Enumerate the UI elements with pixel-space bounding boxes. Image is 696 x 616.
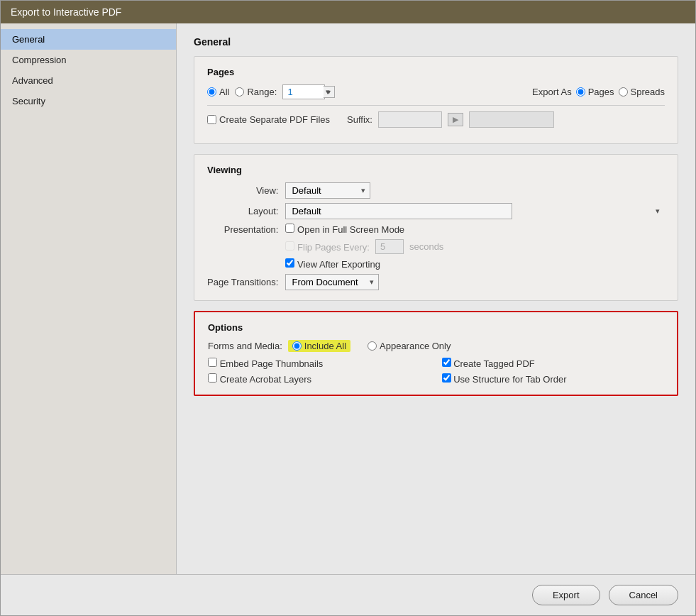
presentation-control: Open in Full Screen Mode	[285, 224, 665, 235]
range-input[interactable]	[282, 84, 325, 99]
sidebar-item-general[interactable]: General	[1, 29, 176, 50]
create-tagged-label[interactable]: Create Tagged PDF	[442, 358, 535, 369]
main-content: General Pages All Range: ▾	[177, 23, 695, 574]
sidebar: General Compression Advanced Security	[1, 23, 177, 574]
create-tagged-row: Create Tagged PDF	[442, 358, 665, 369]
create-acrobat-layers-text: Create Acrobat Layers	[220, 374, 311, 385]
suffix-extra-input[interactable]	[469, 111, 554, 128]
pages-radio-label[interactable]: Pages	[576, 87, 614, 97]
options-panel: Options Forms and Media: Include All App…	[194, 311, 678, 396]
create-separate-checkbox[interactable]	[207, 115, 216, 124]
flip-pages-checkbox[interactable]	[285, 241, 294, 251]
export-button[interactable]: Export	[532, 585, 600, 605]
viewing-grid: View: Default Fit Page Actual Size Layou…	[207, 182, 665, 290]
layout-dropdown-wrapper[interactable]: Default Single Page Two Up	[285, 203, 665, 219]
create-tagged-text: Create Tagged PDF	[453, 358, 535, 369]
presentation-label: Presentation:	[207, 224, 278, 235]
seconds-label: seconds	[409, 241, 443, 252]
export-dialog: Export to Interactive PDF General Compre…	[0, 0, 696, 616]
title-bar: Export to Interactive PDF	[1, 1, 695, 23]
create-acrobat-layers-row: Create Acrobat Layers	[208, 373, 431, 385]
spreads-radio[interactable]	[619, 87, 628, 97]
range-radio-label[interactable]: Range:	[235, 87, 277, 97]
create-separate-text: Create Separate PDF Files	[219, 114, 330, 125]
sidebar-item-compression[interactable]: Compression	[1, 50, 176, 70]
view-after-text: View After Exporting	[297, 259, 380, 270]
spreads-radio-label[interactable]: Spreads	[619, 87, 665, 97]
layout-select[interactable]: Default Single Page Two Up	[285, 203, 512, 219]
create-separate-label[interactable]: Create Separate PDF Files	[207, 114, 330, 125]
pages-divider	[207, 105, 665, 106]
appearance-only-text: Appearance Only	[380, 341, 451, 351]
open-fullscreen-label[interactable]: Open in Full Screen Mode	[285, 224, 404, 235]
include-all-radio[interactable]	[292, 341, 302, 351]
sidebar-item-advanced[interactable]: Advanced	[1, 70, 176, 91]
view-after-checkbox[interactable]	[285, 258, 294, 268]
suffix-input[interactable]	[378, 111, 442, 128]
pages-panel-title: Pages	[207, 67, 665, 77]
export-as-label: Export As	[532, 87, 572, 97]
layout-control: Default Single Page Two Up	[285, 203, 665, 219]
page-transitions-control: From Document None Dissolve	[285, 274, 665, 290]
page-transitions-label: Page Transitions:	[207, 277, 278, 287]
dialog-title: Export to Interactive PDF	[11, 6, 121, 18]
create-separate-row: Create Separate PDF Files Suffix: ▶	[207, 111, 665, 128]
forms-media-row: Forms and Media: Include All Appearance …	[208, 340, 664, 352]
flip-pages-input[interactable]	[375, 239, 404, 254]
flip-pages-control: Flip Pages Every: seconds	[285, 239, 665, 254]
pages-radio[interactable]	[576, 87, 585, 97]
cancel-button[interactable]: Cancel	[609, 585, 678, 605]
layout-label: Layout:	[207, 206, 278, 216]
viewing-panel: Viewing View: Default Fit Page Actual Si…	[194, 154, 678, 301]
use-structure-row: Use Structure for Tab Order	[442, 373, 665, 385]
use-structure-label[interactable]: Use Structure for Tab Order	[442, 373, 567, 385]
create-acrobat-layers-checkbox[interactable]	[208, 373, 217, 383]
all-label: All	[219, 87, 229, 97]
view-dropdown-wrapper[interactable]: Default Fit Page Actual Size	[285, 182, 370, 199]
view-after-label[interactable]: View After Exporting	[285, 258, 380, 270]
embed-thumbnails-text: Embed Page Thumbnails	[220, 358, 324, 369]
forms-media-label: Forms and Media:	[208, 341, 282, 351]
flip-pages-label: Flip Pages Every:	[285, 241, 370, 253]
appearance-only-label[interactable]: Appearance Only	[368, 341, 451, 351]
export-as-group: Export As Pages Spreads	[532, 87, 665, 97]
suffix-arrow-btn[interactable]: ▶	[448, 113, 463, 126]
options-panel-title: Options	[208, 322, 664, 333]
range-radio[interactable]	[235, 87, 244, 97]
pages-panel: Pages All Range: ▾ Expo	[194, 56, 678, 144]
include-all-label: Include All	[304, 341, 346, 351]
embed-thumbnails-checkbox[interactable]	[208, 358, 217, 367]
view-select[interactable]: Default Fit Page Actual Size	[285, 182, 370, 199]
appearance-only-radio[interactable]	[368, 341, 377, 351]
all-radio-label[interactable]: All	[207, 87, 229, 97]
dialog-body: General Compression Advanced Security Ge…	[1, 23, 695, 574]
options-grid: Embed Page Thumbnails Create Tagged PDF …	[208, 358, 664, 385]
section-title: General	[194, 36, 678, 48]
view-label: View:	[207, 185, 278, 196]
range-chevron[interactable]: ▾	[324, 86, 335, 98]
suffix-label: Suffix:	[347, 114, 372, 125]
view-after-control: View After Exporting	[285, 258, 665, 270]
open-fullscreen-text: Open in Full Screen Mode	[297, 224, 404, 235]
open-fullscreen-checkbox[interactable]	[285, 224, 294, 233]
sidebar-item-security[interactable]: Security	[1, 91, 176, 111]
flip-pages-text: Flip Pages Every:	[297, 242, 370, 253]
pages-radio-text: Pages	[588, 87, 614, 97]
pages-row: All Range: ▾ Export As Page	[207, 84, 665, 99]
spreads-label: Spreads	[631, 87, 665, 97]
all-radio[interactable]	[207, 87, 216, 97]
view-control: Default Fit Page Actual Size	[285, 182, 665, 199]
range-label: Range:	[247, 87, 277, 97]
create-tagged-checkbox[interactable]	[442, 358, 451, 367]
page-transitions-select[interactable]: From Document None Dissolve	[285, 274, 379, 290]
page-transitions-dropdown-wrapper[interactable]: From Document None Dissolve	[285, 274, 379, 290]
include-all-highlight: Include All	[288, 340, 350, 352]
create-acrobat-layers-label[interactable]: Create Acrobat Layers	[208, 373, 311, 385]
use-structure-checkbox[interactable]	[442, 373, 451, 383]
viewing-panel-title: Viewing	[207, 165, 665, 175]
footer: Export Cancel	[1, 574, 695, 615]
embed-thumbnails-label[interactable]: Embed Page Thumbnails	[208, 358, 323, 369]
range-dropdown-wrapper[interactable]: ▾	[282, 84, 335, 99]
use-structure-text: Use Structure for Tab Order	[453, 374, 566, 385]
embed-thumbnails-row: Embed Page Thumbnails	[208, 358, 431, 369]
